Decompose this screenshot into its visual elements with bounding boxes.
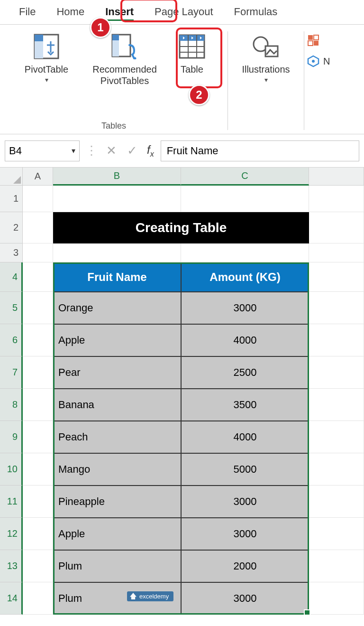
cell[interactable] [309,292,364,324]
cell[interactable] [23,550,53,582]
row-header-8[interactable]: 8 [0,389,23,421]
row-header-5[interactable]: 5 [0,292,23,324]
cell[interactable] [309,389,364,421]
table-cell[interactable]: 3000 [181,292,309,324]
tab-file[interactable]: File [9,2,46,23]
cell[interactable] [181,186,309,212]
cell[interactable] [23,292,53,324]
tab-pagelayout[interactable]: Page Layout [144,2,224,23]
col-header-C[interactable]: C [181,168,309,186]
cell[interactable] [309,262,364,292]
col-header-B[interactable]: B [53,168,181,186]
pivottable-label: PivotTable [25,64,68,75]
cancel-icon[interactable]: ✕ [103,143,119,158]
formula-input[interactable]: Fruit Name [161,140,359,161]
cell[interactable] [23,582,53,615]
table-cell[interactable]: Pear [53,356,181,389]
watermark: exceldemy [127,591,173,601]
row-header-14[interactable]: 14 [0,582,23,615]
row-header-3[interactable]: 3 [0,243,23,262]
name-box[interactable]: B4 ▾ [5,140,80,161]
pivottable-button[interactable]: PivotTable ▾ [13,29,80,87]
table-cell[interactable]: 4000 [181,421,309,453]
cell[interactable] [23,186,53,212]
table-cell[interactable]: Apple [53,518,181,550]
chevron-down-icon[interactable]: ▾ [72,146,75,155]
svg-rect-18 [308,35,313,40]
table-cell[interactable]: 2000 [181,550,309,582]
addins-item[interactable] [307,34,330,47]
table-header-fruit[interactable]: Fruit Name [53,262,181,292]
table-cell[interactable]: Banana [53,389,181,421]
selected-range[interactable]: Fruit Name Amount (KG) Orange3000 Apple4… [53,262,309,615]
enter-icon[interactable]: ✓ [124,143,140,158]
cell[interactable] [23,453,53,486]
cell[interactable] [23,421,53,453]
svg-rect-1 [35,35,43,41]
table-cell[interactable]: 2500 [181,356,309,389]
cell[interactable] [23,262,53,292]
my-addins-item[interactable]: N [307,55,330,67]
cell[interactable] [309,550,364,582]
row-header-9[interactable]: 9 [0,421,23,453]
table-cell[interactable]: Apple [53,324,181,356]
table-cell[interactable]: Peach [53,421,181,453]
table-header-amount[interactable]: Amount (KG) [181,262,309,292]
cell[interactable] [309,212,364,243]
cell[interactable] [309,582,364,615]
svg-rect-21 [314,41,318,46]
cell[interactable] [181,243,309,262]
cell[interactable] [309,243,364,262]
table-cell[interactable]: Plum [53,550,181,582]
fx-icon[interactable]: fx [145,143,156,159]
cell[interactable] [23,389,53,421]
tab-insert[interactable]: Insert [95,2,144,23]
row-header-11[interactable]: 11 [0,486,23,518]
table-cell[interactable]: 4000 [181,324,309,356]
cell[interactable] [23,212,53,243]
cell[interactable] [23,486,53,518]
svg-rect-19 [314,35,318,40]
cell[interactable] [23,243,53,262]
cell[interactable] [309,453,364,486]
recommended-pivottables-button[interactable]: Recommended PivotTables [80,29,170,89]
worksheet-grid[interactable]: A B C 1 2 Creating Table 3 4 Fruit Name … [0,168,364,615]
cell[interactable] [53,186,181,212]
row-header-6[interactable]: 6 [0,324,23,356]
cell[interactable] [309,518,364,550]
col-header-extra[interactable] [309,168,364,186]
cell[interactable] [53,243,181,262]
row-header-13[interactable]: 13 [0,550,23,582]
cell[interactable] [23,518,53,550]
row-header-4[interactable]: 4 [0,262,23,292]
table-button[interactable]: Table [170,29,214,78]
col-header-A[interactable]: A [23,168,53,186]
row-header-12[interactable]: 12 [0,518,23,550]
table-cell[interactable]: 3000 [181,486,309,518]
row-header-2[interactable]: 2 [0,212,23,243]
title-banner[interactable]: Creating Table [53,212,309,243]
cell[interactable] [23,356,53,389]
row-header-1[interactable]: 1 [0,186,23,212]
table-cell[interactable]: Mango [53,453,181,486]
tab-home[interactable]: Home [46,2,95,23]
row-header-7[interactable]: 7 [0,356,23,389]
table-cell[interactable]: 5000 [181,453,309,486]
table-label: Table [181,64,203,75]
illustrations-button[interactable]: Illustrations ▾ [230,29,301,87]
cell[interactable] [23,324,53,356]
table-cell[interactable]: 3500 [181,389,309,421]
table-cell[interactable]: 3000 [181,582,309,615]
row-header-10[interactable]: 10 [0,453,23,486]
select-all-corner[interactable] [0,168,23,186]
cell[interactable] [309,421,364,453]
cell[interactable] [309,186,364,212]
cell[interactable] [309,324,364,356]
cell[interactable] [309,356,364,389]
chevron-down-icon: ▾ [45,76,48,84]
table-cell[interactable]: 3000 [181,518,309,550]
table-cell[interactable]: Orange [53,292,181,324]
tab-formulas[interactable]: Formulas [224,2,288,23]
cell[interactable] [309,486,364,518]
table-cell[interactable]: Pineapple [53,486,181,518]
